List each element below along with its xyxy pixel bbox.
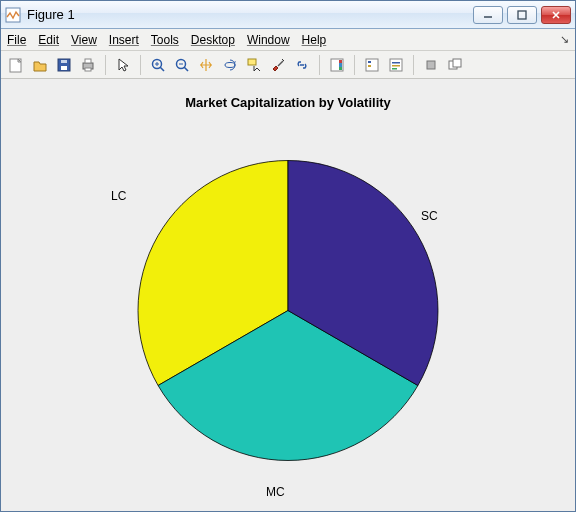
svg-line-11 <box>160 67 164 71</box>
toolbar-separator <box>354 55 355 75</box>
menu-file[interactable]: File <box>7 33 26 47</box>
pie-label-MC: MC <box>266 485 285 499</box>
pan-icon[interactable] <box>195 54 217 76</box>
insert-text-icon[interactable] <box>385 54 407 76</box>
svg-rect-28 <box>392 62 400 64</box>
svg-line-15 <box>184 67 188 71</box>
rotate-3d-icon[interactable] <box>219 54 241 76</box>
dock-figure-icon[interactable]: ↘ <box>560 33 569 46</box>
svg-rect-5 <box>61 66 67 70</box>
menu-window[interactable]: Window <box>247 33 290 47</box>
window-title: Figure 1 <box>27 7 473 22</box>
svg-rect-18 <box>248 59 256 65</box>
svg-rect-29 <box>392 65 400 67</box>
legend-icon[interactable] <box>361 54 383 76</box>
maximize-button[interactable] <box>507 6 537 24</box>
svg-rect-9 <box>85 68 91 71</box>
svg-rect-6 <box>61 60 67 63</box>
svg-rect-30 <box>392 68 397 70</box>
menubar: File Edit View Insert Tools Desktop Wind… <box>1 29 575 51</box>
new-figure-icon[interactable] <box>5 54 27 76</box>
svg-rect-33 <box>453 59 461 67</box>
figure-canvas: Market Capitalization by Volatility SCMC… <box>1 79 575 511</box>
menu-insert[interactable]: Insert <box>109 33 139 47</box>
menu-help[interactable]: Help <box>302 33 327 47</box>
toolbar-separator <box>105 55 106 75</box>
svg-rect-22 <box>339 60 342 63</box>
svg-rect-25 <box>368 61 371 63</box>
svg-rect-2 <box>518 11 526 19</box>
close-button[interactable] <box>541 6 571 24</box>
hide-plot-tools-icon[interactable] <box>420 54 442 76</box>
menu-desktop[interactable]: Desktop <box>191 33 235 47</box>
pie-chart <box>128 151 448 474</box>
zoom-in-icon[interactable] <box>147 54 169 76</box>
open-icon[interactable] <box>29 54 51 76</box>
app-icon <box>5 7 21 23</box>
toolbar-separator <box>140 55 141 75</box>
print-icon[interactable] <box>77 54 99 76</box>
svg-rect-23 <box>339 67 342 70</box>
pie-label-LC: LC <box>111 189 126 203</box>
menu-view[interactable]: View <box>71 33 97 47</box>
toolbar <box>1 51 575 79</box>
menu-tools[interactable]: Tools <box>151 33 179 47</box>
show-plot-tools-icon[interactable] <box>444 54 466 76</box>
save-icon[interactable] <box>53 54 75 76</box>
window-titlebar: Figure 1 <box>1 1 575 29</box>
toolbar-separator <box>319 55 320 75</box>
toolbar-separator <box>413 55 414 75</box>
svg-line-19 <box>278 61 283 66</box>
svg-point-17 <box>225 62 235 67</box>
zoom-out-icon[interactable] <box>171 54 193 76</box>
data-cursor-icon[interactable] <box>243 54 265 76</box>
brush-icon[interactable] <box>267 54 289 76</box>
pointer-icon[interactable] <box>112 54 134 76</box>
svg-rect-26 <box>368 65 371 67</box>
svg-rect-24 <box>366 59 378 71</box>
window-buttons <box>473 6 571 24</box>
colorbar-icon[interactable] <box>326 54 348 76</box>
chart-title: Market Capitalization by Volatility <box>1 95 575 110</box>
svg-rect-31 <box>427 61 435 69</box>
menu-edit[interactable]: Edit <box>38 33 59 47</box>
minimize-button[interactable] <box>473 6 503 24</box>
pie-label-SC: SC <box>421 209 438 223</box>
link-icon[interactable] <box>291 54 313 76</box>
svg-rect-8 <box>85 59 91 63</box>
